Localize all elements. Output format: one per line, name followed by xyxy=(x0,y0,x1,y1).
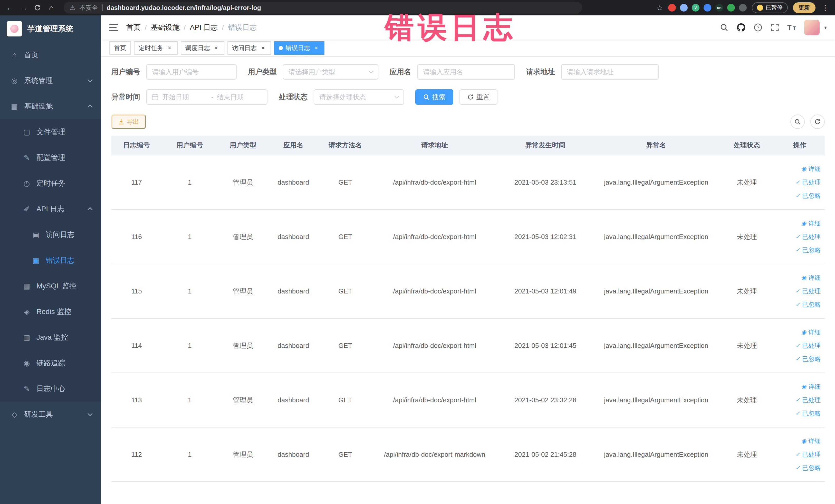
extension-vue[interactable]: V xyxy=(692,4,699,12)
breadcrumb-item[interactable]: 首页 xyxy=(126,23,141,32)
app-name-input[interactable] xyxy=(418,64,515,80)
bookmark-star-icon[interactable]: ☆ xyxy=(657,4,663,12)
action-detail[interactable]: ◉详细 xyxy=(778,326,821,339)
help-icon[interactable]: ? xyxy=(753,23,762,32)
date-range-picker[interactable]: 开始日期 - 结束日期 xyxy=(146,89,267,105)
check-icon: ✓ xyxy=(795,451,800,457)
sidebar-item-label: MySQL 监控 xyxy=(37,281,77,291)
sidebar-item-cron-job[interactable]: ◴定时任务 xyxy=(0,170,101,196)
address-bar[interactable]: ⚠ 不安全 dashboard.yudao.iocoder.cn/infra/l… xyxy=(64,2,582,14)
back-icon[interactable]: ← xyxy=(5,4,14,12)
sidebar-item-system[interactable]: ◎系统管理 xyxy=(0,68,101,94)
refresh-icon xyxy=(814,118,821,125)
sidebar-item-file-manage[interactable]: ▢文件管理 xyxy=(0,119,101,145)
sidebar-item-log-center[interactable]: ✎日志中心 xyxy=(0,376,101,402)
cell-user-type: 管理员 xyxy=(218,427,268,482)
breadcrumb-separator: / xyxy=(145,23,147,32)
close-icon[interactable]: × xyxy=(313,44,320,52)
sidebar-item-redis-monitor[interactable]: ◈Redis 监控 xyxy=(0,299,101,324)
extension-gray[interactable] xyxy=(739,4,747,12)
search-icon[interactable] xyxy=(719,23,729,32)
reload-icon[interactable] xyxy=(33,4,42,11)
sidebar-item-java-monitor[interactable]: ▥Java 监控 xyxy=(0,324,101,350)
user-id-input[interactable] xyxy=(146,64,237,80)
github-icon[interactable] xyxy=(736,23,746,32)
reset-button-label: 重置 xyxy=(476,93,490,102)
export-button[interactable]: 导出 xyxy=(111,115,146,129)
action-detail[interactable]: ◉详细 xyxy=(778,271,821,284)
action-ignored[interactable]: ✓已忽略 xyxy=(778,243,821,257)
breadcrumb-item[interactable]: API 日志 xyxy=(190,23,218,32)
sidebar-item-home[interactable]: ⌂首页 xyxy=(0,42,101,68)
sidebar-item-config-manage[interactable]: ✎配置管理 xyxy=(0,145,101,170)
sidebar-item-infra[interactable]: ▤基础设施 xyxy=(0,94,101,119)
sidebar-item-access-log[interactable]: ▣访问日志 xyxy=(0,222,101,247)
forward-icon[interactable]: → xyxy=(19,4,28,12)
browser-window: ← → ⌂ ⚠ 不安全 dashboard.yudao.iocoder.cn/i… xyxy=(0,0,835,504)
close-icon[interactable]: × xyxy=(166,44,173,52)
action-ignored[interactable]: ✓已忽略 xyxy=(778,298,821,311)
process-status-select[interactable]: 请选择处理状态 xyxy=(314,89,404,105)
action-detail[interactable]: ◉详细 xyxy=(778,217,821,230)
column-header: 操作 xyxy=(775,136,825,155)
sidebar-item-label: 链路追踪 xyxy=(37,358,65,368)
action-label: 详细 xyxy=(808,328,821,336)
sidebar-item-dev-tools[interactable]: ◇研发工具 xyxy=(0,402,101,427)
cell-time: 2021-05-02 21:45:28 xyxy=(497,427,593,482)
action-ignored[interactable]: ✓已忽略 xyxy=(778,407,821,420)
request-url-input[interactable] xyxy=(561,64,659,80)
action-processed[interactable]: ✓已处理 xyxy=(778,176,821,189)
check-icon: ✓ xyxy=(795,302,800,307)
action-processed[interactable]: ✓已处理 xyxy=(778,339,821,352)
hamburger-icon[interactable] xyxy=(109,24,118,31)
extension-lightblue[interactable] xyxy=(680,4,688,12)
paused-badge[interactable]: 已暂停 xyxy=(752,2,788,13)
refresh-button[interactable] xyxy=(810,115,825,129)
action-ignored[interactable]: ✓已忽略 xyxy=(778,461,821,475)
filter-row-2: 异常时间 开始日期 - 结束日期 处理状态 请选择处理状态 xyxy=(111,89,825,105)
cell-app-name: dashboard xyxy=(268,427,319,482)
fullscreen-icon[interactable] xyxy=(770,23,779,32)
action-ignored[interactable]: ✓已忽略 xyxy=(778,189,821,202)
action-processed[interactable]: ✓已处理 xyxy=(778,230,821,243)
tab-access-log[interactable]: 访问日志× xyxy=(227,41,271,55)
action-detail[interactable]: ◉详细 xyxy=(778,435,821,448)
check-icon: ✓ xyxy=(795,247,800,253)
avatar[interactable] xyxy=(804,20,820,35)
tab-home[interactable]: 首页 xyxy=(109,41,131,55)
home-icon[interactable]: ⌂ xyxy=(47,4,56,12)
sidebar-logo[interactable]: 芋道管理系统 xyxy=(0,15,101,42)
cell-request-url: /api/infra/db-doc/export-html xyxy=(372,155,497,209)
sidebar-item-api-log[interactable]: ✐API 日志 xyxy=(0,196,101,222)
extension-green[interactable] xyxy=(727,4,735,12)
extension-on[interactable]: on xyxy=(715,4,723,12)
action-detail[interactable]: ◉详细 xyxy=(778,380,821,394)
close-icon[interactable]: × xyxy=(259,44,266,52)
action-processed[interactable]: ✓已处理 xyxy=(778,394,821,407)
search-toggle-button[interactable] xyxy=(790,115,805,129)
action-processed[interactable]: ✓已处理 xyxy=(778,284,821,298)
user-type-select[interactable]: 请选择用户类型 xyxy=(283,64,378,80)
sidebar-item-trace[interactable]: ◉链路追踪 xyxy=(0,350,101,376)
sidebar-item-mysql-monitor[interactable]: ▦MySQL 监控 xyxy=(0,273,101,299)
font-size-icon[interactable]: TT xyxy=(787,23,796,32)
cell-app-name: dashboard xyxy=(268,155,319,209)
close-icon[interactable]: × xyxy=(212,44,220,52)
menu-kebab-icon[interactable]: ⋮ xyxy=(821,4,830,12)
action-detail[interactable]: ◉详细 xyxy=(778,162,821,176)
tab-error-log[interactable]: 错误日志× xyxy=(274,41,324,55)
extension-blue-grid[interactable] xyxy=(704,4,711,12)
breadcrumb-item[interactable]: 基础设施 xyxy=(151,23,180,32)
search-button[interactable]: 搜索 xyxy=(415,89,453,105)
action-processed[interactable]: ✓已处理 xyxy=(778,448,821,461)
tab-cron-job[interactable]: 定时任务× xyxy=(134,41,178,55)
user-dropdown-caret-icon[interactable]: ▾ xyxy=(824,24,827,31)
action-ignored[interactable]: ✓已忽略 xyxy=(778,352,821,366)
extension-red[interactable] xyxy=(668,4,676,12)
download-icon xyxy=(118,119,124,125)
reset-button[interactable]: 重置 xyxy=(460,89,497,105)
tab-schedule-log[interactable]: 调度日志× xyxy=(181,41,224,55)
sidebar-item-error-log[interactable]: ▣错误日志 xyxy=(0,247,101,273)
browser-toolbar: ← → ⌂ ⚠ 不安全 dashboard.yudao.iocoder.cn/i… xyxy=(0,0,835,15)
update-button[interactable]: 更新 xyxy=(793,2,815,13)
